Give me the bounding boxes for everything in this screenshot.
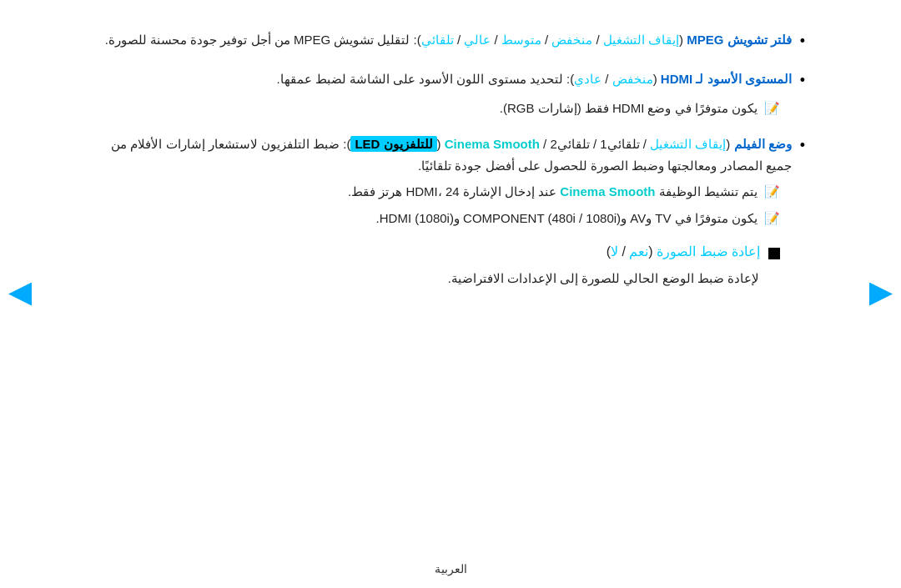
film-mode-row: • وضع الفيلم (إيقاف التشغيل / تلقائي1 / … xyxy=(96,133,805,176)
footer-language: العربية xyxy=(435,562,467,575)
reset-description: لإعادة ضبط الوضع الحالي للصورة إلى الإعد… xyxy=(96,268,805,289)
component-note-text: يكون متوفرًا في TV وAV وCOMPONENT (480i … xyxy=(96,208,758,229)
sep4: / xyxy=(454,33,465,47)
mpeg-filter-desc: ): لتقليل تشويش MPEG من أجل توفير جودة م… xyxy=(105,33,421,47)
reset-section: إعادة ضبط الصورة (نعم / لا) xyxy=(96,244,805,259)
film-paren-open: ( xyxy=(726,137,730,151)
mpeg-filter-label: فلتر تشويش MPEG xyxy=(687,33,792,47)
content-area: • فلتر تشويش MPEG (إيقاف التشغيل / منخفض… xyxy=(50,17,851,314)
cinema-note-suffix: عند إدخال الإشارة HDMI، 24 هرتز فقط. xyxy=(348,184,560,199)
cinema-smooth-note-text: يتم تنشيط الوظيفة Cinema Smooth عند إدخا… xyxy=(96,181,758,203)
film-mode-text: وضع الفيلم (إيقاف التشغيل / تلقائي1 / تل… xyxy=(96,133,792,176)
note-icon-1: 📝 xyxy=(764,98,780,119)
hdmi-black-desc: ): لتحديد مستوى اللون الأسود على الشاشة … xyxy=(276,72,574,86)
hdmi-normal-link[interactable]: عادي xyxy=(574,72,602,86)
sep3: / xyxy=(491,33,501,47)
bullet-dot-2: • xyxy=(800,68,805,93)
mpeg-filter-section: • فلتر تشويش MPEG (إيقاف التشغيل / منخفض… xyxy=(96,29,805,53)
film-off-link[interactable]: إيقاف التشغيل xyxy=(650,137,726,151)
sep1: / xyxy=(592,33,603,47)
hdmi-black-row: • المستوى الأسود لـ HDMI (منخفض / عادي):… xyxy=(96,68,805,93)
film-mode-label: وضع الفيلم xyxy=(734,137,792,151)
mpeg-filter-paren-open: ( xyxy=(679,33,683,47)
black-square-icon xyxy=(768,248,780,259)
component-note-row: 📝 يكون متوفرًا في TV وAV وCOMPONENT (480… xyxy=(96,208,805,229)
bullet-dot-1: • xyxy=(800,29,805,53)
film-led-paren: ( xyxy=(437,137,445,151)
mpeg-filter-text: فلتر تشويش MPEG (إيقاف التشغيل / منخفض /… xyxy=(96,29,792,51)
reset-title: إعادة ضبط الصورة (نعم / لا) xyxy=(607,244,760,259)
hdmi-note-row: 📝 يكون متوفرًا في وضع HDMI فقط (إشارات R… xyxy=(96,98,805,119)
cinema-smooth-label: Cinema Smooth xyxy=(445,137,540,151)
reset-label[interactable]: إعادة ضبط الصورة xyxy=(657,244,760,259)
page-container: • فلتر تشويش MPEG (إيقاف التشغيل / منخفض… xyxy=(0,0,901,588)
sep2: / xyxy=(541,33,552,47)
bullet-dot-3: • xyxy=(800,133,805,158)
mpeg-high-link[interactable]: عالي xyxy=(464,33,491,47)
reset-sep: / xyxy=(618,244,629,259)
reset-paren: ( xyxy=(648,244,652,259)
mpeg-low-link[interactable]: منخفض xyxy=(551,33,592,47)
film-mode-section: • وضع الفيلم (إيقاف التشغيل / تلقائي1 / … xyxy=(96,133,805,229)
reset-no-link[interactable]: لا xyxy=(611,244,618,259)
cinema-smooth-note-label: Cinema Smooth xyxy=(560,184,655,199)
cinema-note-prefix: يتم تنشيط الوظيفة xyxy=(655,184,758,199)
hdmi-black-label: المستوى الأسود لـ HDMI xyxy=(661,72,792,86)
hdmi-black-text: المستوى الأسود لـ HDMI (منخفض / عادي): ل… xyxy=(96,68,792,90)
reset-yes-link[interactable]: نعم xyxy=(629,244,648,259)
hdmi-black-section: • المستوى الأسود لـ HDMI (منخفض / عادي):… xyxy=(96,68,805,118)
hdmi-paren-open: ( xyxy=(653,72,657,86)
film-sep1: / تلقائي1 / تلقائي2 / xyxy=(540,137,650,151)
led-tv-badge: للتلفزيون LED xyxy=(350,136,436,152)
mpeg-off-link[interactable]: إيقاف التشغيل xyxy=(603,33,679,47)
mpeg-auto-link[interactable]: تلقائي xyxy=(421,33,454,47)
nav-arrow-left[interactable] xyxy=(8,283,32,306)
mpeg-mid-link[interactable]: متوسط xyxy=(501,33,541,47)
note-icon-3: 📝 xyxy=(764,208,780,229)
note-icon-2: 📝 xyxy=(764,181,780,203)
hdmi-sep: / xyxy=(602,72,612,86)
nav-arrow-right[interactable] xyxy=(869,283,893,306)
hdmi-low-link[interactable]: منخفض xyxy=(612,72,653,86)
cinema-smooth-note-row: 📝 يتم تنشيط الوظيفة Cinema Smooth عند إد… xyxy=(96,181,805,203)
mpeg-filter-row: • فلتر تشويش MPEG (إيقاف التشغيل / منخفض… xyxy=(96,29,805,53)
hdmi-note-text: يكون متوفرًا في وضع HDMI فقط (إشارات RGB… xyxy=(96,98,758,119)
